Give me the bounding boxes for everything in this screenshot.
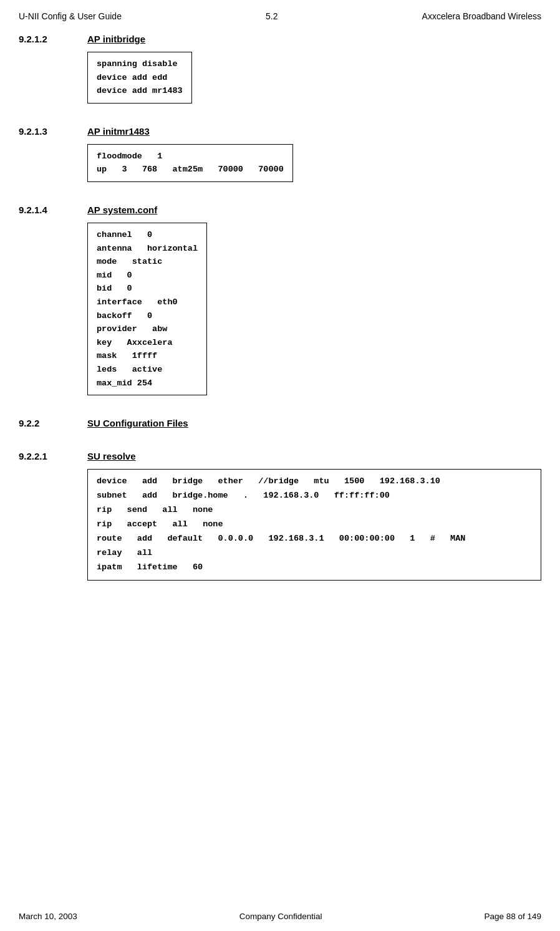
section-number-9-2-1-3: 9.2.1.3 <box>19 126 87 137</box>
code-box-9-2-1-4: channel 0 antenna horizontal mode static… <box>87 223 207 395</box>
section-9-2-2-1: 9.2.2.1 SU resolve device add bridge eth… <box>19 451 541 581</box>
code-box-9-2-1-3: floodmode 1 up 3 768 atm25m 70000 70000 <box>87 144 293 182</box>
section-number-9-2-2-1: 9.2.2.1 <box>19 451 87 461</box>
page-content: 9.2.1.2 AP initbridge spanning disable d… <box>0 27 560 640</box>
header-center: 5.2 <box>266 11 278 21</box>
section-title-9-2-1-3: AP initmr1483 <box>87 126 150 137</box>
section-heading-9-2-1-3: 9.2.1.3 AP initmr1483 <box>19 126 541 137</box>
section-title-9-2-1-2: AP initbridge <box>87 34 145 44</box>
section-title-9-2-2: SU Configuration Files <box>87 418 188 428</box>
page-footer: March 10, 2003 Company Confidential Page… <box>0 905 560 931</box>
page-header: U-NII Config & User Guide 5.2 Axxcelera … <box>0 0 560 27</box>
section-number-9-2-2: 9.2.2 <box>19 418 87 428</box>
section-9-2-1-4: 9.2.1.4 AP system.conf channel 0 antenna… <box>19 205 541 395</box>
footer-page: Page 88 of 149 <box>484 912 541 921</box>
footer-date: March 10, 2003 <box>19 912 77 921</box>
section-heading-9-2-1-2: 9.2.1.2 AP initbridge <box>19 34 541 44</box>
section-heading-9-2-2: 9.2.2 SU Configuration Files <box>19 418 541 428</box>
section-heading-9-2-1-4: 9.2.1.4 AP system.conf <box>19 205 541 215</box>
section-heading-9-2-2-1: 9.2.2.1 SU resolve <box>19 451 541 461</box>
section-9-2-1-2: 9.2.1.2 AP initbridge spanning disable d… <box>19 34 541 104</box>
header-left: U-NII Config & User Guide <box>19 11 122 21</box>
footer-confidential: Company Confidential <box>239 912 322 921</box>
header-right: Axxcelera Broadband Wireless <box>422 11 541 21</box>
section-title-9-2-2-1: SU resolve <box>87 451 136 461</box>
section-number-9-2-1-2: 9.2.1.2 <box>19 34 87 44</box>
code-box-9-2-2-1: device add bridge ether //bridge mtu 150… <box>87 469 541 581</box>
section-title-9-2-1-4: AP system.conf <box>87 205 157 215</box>
section-9-2-2: 9.2.2 SU Configuration Files <box>19 418 541 428</box>
section-9-2-1-3: 9.2.1.3 AP initmr1483 floodmode 1 up 3 7… <box>19 126 541 182</box>
section-number-9-2-1-4: 9.2.1.4 <box>19 205 87 215</box>
code-box-9-2-1-2: spanning disable device add edd device a… <box>87 52 192 104</box>
